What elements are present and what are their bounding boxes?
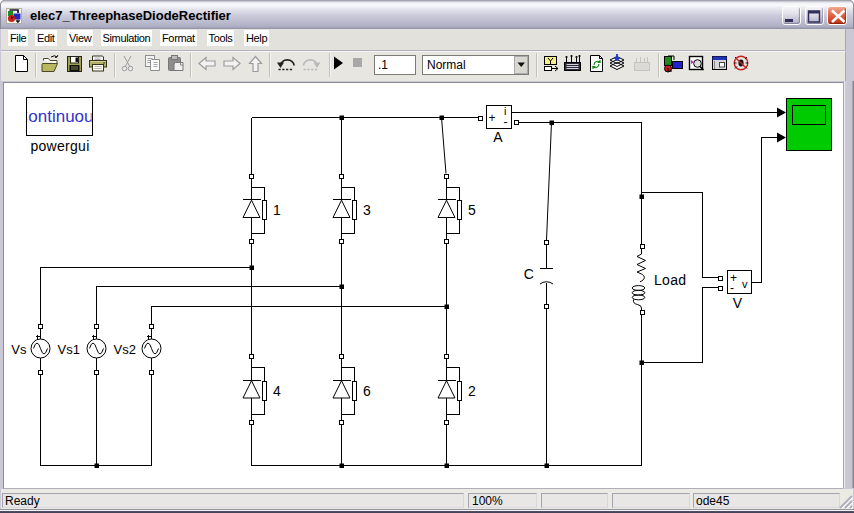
svg-text:powergui: powergui	[30, 138, 89, 154]
svg-text:3: 3	[363, 202, 371, 218]
svg-text:4: 4	[273, 383, 281, 399]
svg-text:1: 1	[273, 202, 281, 218]
svg-text:A: A	[493, 129, 503, 145]
svg-text:V: V	[733, 295, 743, 311]
svg-text:Vs2: Vs2	[114, 342, 136, 357]
svg-text:5: 5	[468, 202, 476, 218]
svg-text:Load: Load	[654, 272, 686, 288]
svg-text:C: C	[524, 266, 534, 282]
svg-text:2: 2	[468, 383, 476, 399]
svg-text:-: -	[504, 115, 508, 129]
svg-text:Vs: Vs	[11, 342, 27, 357]
svg-text:Vs1: Vs1	[58, 342, 80, 357]
svg-text:Continuous: Continuous	[16, 107, 102, 126]
svg-text:+: +	[489, 111, 496, 125]
svg-text:v: v	[742, 278, 748, 290]
svg-text:-: -	[730, 281, 734, 295]
svg-text:6: 6	[363, 383, 371, 399]
